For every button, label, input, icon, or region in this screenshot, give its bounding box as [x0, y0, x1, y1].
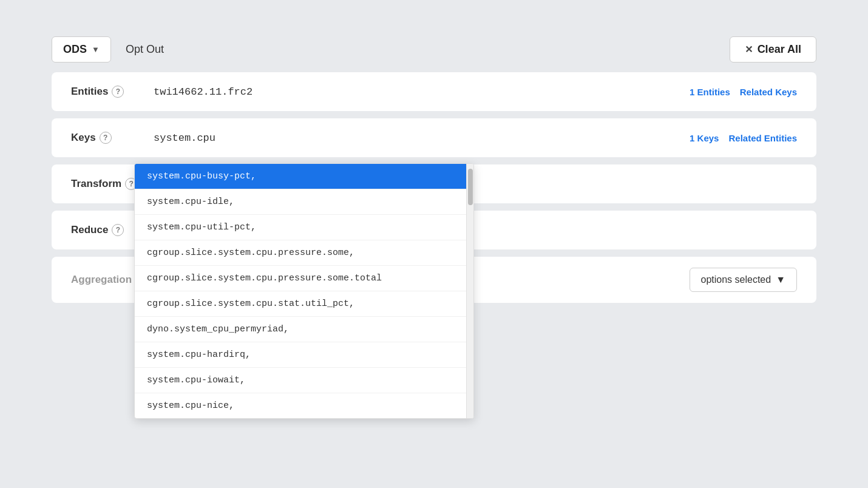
entities-row: Entities ? twi14662.11.frc2 1 Entities R… [52, 72, 816, 111]
dropdown-item[interactable]: system.cpu-util-pct, [135, 215, 466, 240]
reduce-label: Reduce ? [71, 224, 144, 236]
toolbar: ODS ▼ Opt Out ✕ Clear All [52, 36, 816, 63]
reduce-help-badge[interactable]: ? [112, 224, 124, 236]
scrollbar-thumb [468, 169, 473, 205]
dropdown-item[interactable]: system.cpu-iowait, [135, 368, 466, 393]
dropdown-item[interactable]: system.cpu-nice, [135, 393, 466, 418]
entities-related-keys-link[interactable]: Related Keys [740, 87, 797, 97]
options-selected-label: options selected [701, 274, 771, 285]
close-icon: ✕ [745, 44, 753, 55]
keys-actions: 1 Keys Related Entities [690, 133, 797, 143]
dropdown-item[interactable]: dyno.system_cpu_permyriad, [135, 317, 466, 342]
ods-button[interactable]: ODS ▼ [52, 36, 111, 63]
transform-label: Transform ? [71, 178, 144, 190]
dropdown-item[interactable]: system.cpu-idle, [135, 189, 466, 215]
options-chevron-icon: ▼ [776, 274, 785, 285]
opt-out-label: Opt Out [126, 43, 164, 56]
clear-all-label: Clear All [758, 43, 801, 56]
keys-input[interactable] [154, 132, 690, 144]
chevron-down-icon: ▼ [92, 45, 100, 54]
dropdown-item[interactable]: cgroup.slice.system.cpu.pressure.some.to… [135, 266, 466, 291]
keys-dropdown: system.cpu-busy-pct,system.cpu-idle,syst… [134, 163, 474, 419]
entities-count-link[interactable]: 1 Entities [690, 87, 730, 97]
dropdown-scroll-wrapper: system.cpu-busy-pct,system.cpu-idle,syst… [135, 164, 473, 418]
keys-related-entities-link[interactable]: Related Entities [728, 133, 797, 143]
ods-label: ODS [63, 43, 87, 56]
dropdown-item[interactable]: cgroup.slice.system.cpu.stat.util_pct, [135, 291, 466, 317]
dropdown-item[interactable]: system.cpu-hardirq, [135, 342, 466, 368]
clear-all-button[interactable]: ✕ Clear All [730, 36, 816, 63]
entities-label: Entities ? [71, 86, 144, 98]
dropdown-item[interactable]: cgroup.slice.system.cpu.pressure.some, [135, 240, 466, 266]
keys-row: Keys ? 1 Keys Related Entities system.cp… [52, 118, 816, 157]
dropdown-item[interactable]: system.cpu-busy-pct, [135, 164, 466, 189]
keys-count-link[interactable]: 1 Keys [690, 133, 719, 143]
entities-value: twi14662.11.frc2 [154, 86, 690, 98]
keys-label: Keys ? [71, 132, 144, 144]
dropdown-items-area: system.cpu-busy-pct,system.cpu-idle,syst… [135, 164, 466, 418]
toolbar-left: ODS ▼ Opt Out [52, 36, 164, 63]
entities-help-badge[interactable]: ? [112, 86, 124, 98]
entities-actions: 1 Entities Related Keys [690, 87, 797, 97]
keys-input-wrapper [154, 132, 690, 144]
options-selected-button[interactable]: options selected ▼ [690, 268, 797, 292]
keys-help-badge[interactable]: ? [100, 132, 112, 144]
dropdown-scrollbar[interactable] [466, 164, 473, 418]
